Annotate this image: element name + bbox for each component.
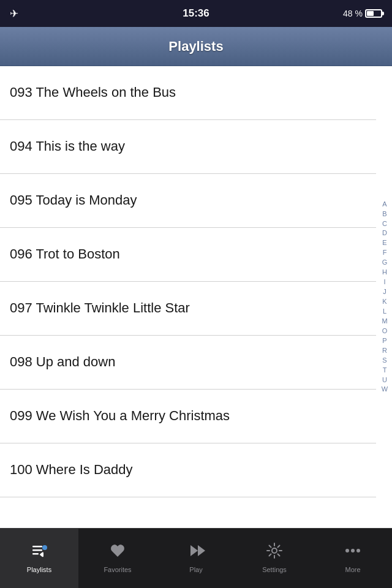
tab-settings[interactable]: Settings [235,529,314,588]
favorites-icon [108,541,127,564]
battery-fill [367,11,374,16]
alpha-letter-e[interactable]: E [379,238,391,248]
tab-more[interactable]: More [314,529,392,588]
alpha-letter-r[interactable]: R [379,346,391,356]
playlist-item[interactable]: 099 We Wish You a Merry Christmas [0,390,376,443]
settings-icon [265,541,284,564]
alpha-letter-a[interactable]: A [379,200,391,209]
alpha-letter-j[interactable]: J [379,287,391,297]
svg-point-9 [356,549,360,552]
alpha-letter-b[interactable]: B [379,209,391,219]
tab-bar: Playlists Favorites Play Settings More [0,528,392,588]
more-icon [344,541,362,564]
alpha-letter-h[interactable]: H [379,268,391,277]
tab-label-play: Play [189,566,202,573]
play-icon [187,541,205,564]
playlist-item-title: 094 This is the way [10,138,125,156]
alpha-letter-p[interactable]: P [379,336,391,346]
battery-icon [365,9,382,18]
status-right: 48 % [343,9,382,18]
tab-favorites[interactable]: Favorites [78,529,157,588]
playlist-item-title: 095 Today is Monday [10,192,137,209]
alpha-letter-u[interactable]: U [379,375,391,385]
status-left: ✈ [10,7,18,20]
tab-label-playlists: Playlists [27,566,51,573]
playlist-list: 093 The Wheels on the Bus094 This is the… [0,66,392,497]
tab-playlists[interactable]: Playlists [0,529,78,588]
alpha-letter-s[interactable]: S [379,356,391,366]
alpha-letter-c[interactable]: C [379,219,391,229]
playlist-item[interactable]: 100 Where Is Daddy [0,443,376,497]
tab-label-more: More [345,566,360,573]
svg-point-8 [351,549,355,552]
playlists-icon [30,541,48,564]
alpha-letter-f[interactable]: F [379,248,391,258]
svg-point-6 [272,548,277,553]
airplane-icon: ✈ [10,7,18,20]
playlist-item[interactable]: 094 This is the way [0,120,376,174]
page-title: Playlists [168,39,223,55]
playlist-item[interactable]: 097 Twinkle Twinkle Little Star [0,282,376,336]
svg-rect-1 [32,549,42,551]
tab-label-favorites: Favorites [104,566,131,573]
playlist-item[interactable]: 096 Trot to Boston [0,228,376,282]
playlist-item-title: 100 Where Is Daddy [10,461,133,479]
playlist-item[interactable]: 093 The Wheels on the Bus [0,66,376,120]
alpha-letter-m[interactable]: M [379,317,391,326]
alphabet-index[interactable]: ABCDEFGHIJKLMOPRSTUW [377,66,392,528]
playlist-item[interactable]: 098 Up and down [0,336,376,390]
svg-marker-4 [190,545,198,556]
playlist-item-title: 097 Twinkle Twinkle Little Star [10,300,190,317]
playlist-item-title: 096 Trot to Boston [10,246,120,263]
playlist-item-title: 093 The Wheels on the Bus [10,84,176,102]
playlist-item[interactable]: 095 Today is Monday [0,174,376,228]
alpha-letter-d[interactable]: D [379,228,391,238]
alpha-letter-t[interactable]: T [379,366,391,375]
svg-marker-5 [198,545,205,556]
battery-text: 48 % [343,9,363,18]
alpha-letter-g[interactable]: G [379,258,391,268]
tab-label-settings: Settings [262,566,287,573]
svg-point-7 [345,549,349,552]
nav-bar: Playlists [0,27,392,66]
alpha-letter-l[interactable]: L [379,307,391,317]
alpha-letter-i[interactable]: I [379,277,391,287]
alpha-letter-k[interactable]: K [379,297,391,307]
playlist-item-title: 099 We Wish You a Merry Christmas [10,407,230,425]
playlist-item-title: 098 Up and down [10,353,115,371]
status-time: 15:36 [183,7,209,20]
tab-play[interactable]: Play [157,529,235,588]
svg-rect-2 [32,553,39,555]
svg-point-3 [42,545,47,550]
status-bar: ✈ 15:36 48 % [0,0,392,27]
alpha-letter-o[interactable]: O [379,326,391,336]
svg-rect-0 [32,546,42,548]
content-area: ABCDEFGHIJKLMOPRSTUW 093 The Wheels on t… [0,66,392,528]
alpha-letter-w[interactable]: W [379,385,391,394]
